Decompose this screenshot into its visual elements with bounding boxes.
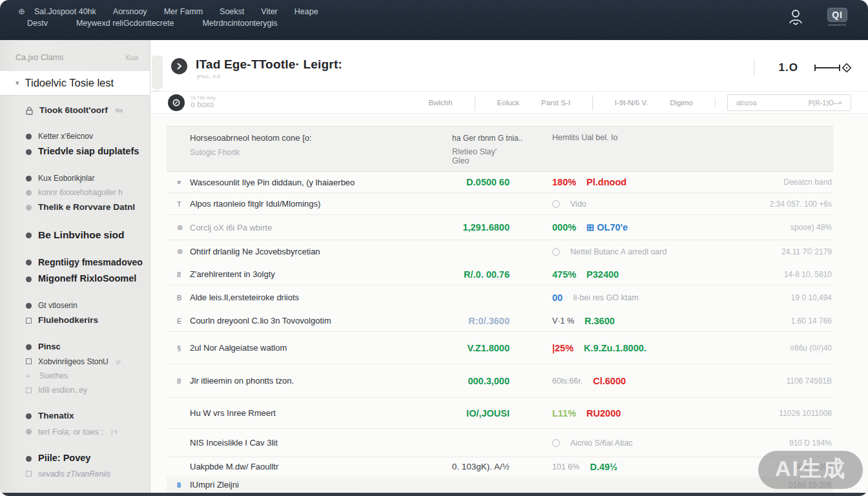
sidebar-item[interactable]: Thelik e Rorvvare Datnl [0,200,150,215]
table-row[interactable]: TAlpos rtaonleio fitglr Idul/Mlomings)Vi… [167,193,833,215]
row-label: Corclj oX i6i Pa wbirte [190,223,422,232]
nav-menu: ⊕ Sal.Jospoot 40hkAorsnooyMer FammSoekst… [18,6,318,28]
table-row[interactable]: Hu W vrs Inree RmeertIO/,JOUSIL11%RU2000… [167,398,833,429]
table-row[interactable]: Uakpbde M.dw/ Faoulltr0. 103gK). A/½101 … [167,457,833,477]
sidebar-item[interactable]: Flulehodkerirs [0,313,150,328]
sidebar-item[interactable]: sevadis zTivanReniis [0,467,150,481]
nav-item[interactable]: Mer Famm [164,7,203,16]
row-right-value: 24.11 7© 2179 [703,247,833,256]
nav-item[interactable]: Destv [27,19,48,28]
row-right-value: 11026 1011008 [703,409,833,418]
profile-badge[interactable]: QI uuwutttsi [827,8,847,26]
sidebar-item[interactable]: Thenatix [0,408,150,424]
row-icon: E [167,317,190,325]
toolbar-tab[interactable]: Parst S-I [541,99,570,107]
user-icon[interactable] [787,8,804,26]
sidebar-item-label: konnr 6xxxehohagoller h [38,187,123,198]
table-row[interactable]: ECourln dreyoonl C.lio 3n TovovolgotimR:… [167,310,833,332]
row-value: IO/,JOUSI [422,408,510,418]
sidebar-item-label: Ketter x'6eicnov [38,131,93,141]
row-status-cell: 000%⊞ OL70'e [510,222,703,232]
table-row[interactable]: ≠Wascesounlit Ilye Pin diddaun, (y lhaia… [167,172,833,193]
table-row[interactable]: 8Jlr itlieemin on phontts tzon.000.3,000… [167,364,833,398]
table-row[interactable]: 8Z'arehlrentent in 3olgtyR/.0. 00.76475%… [167,264,833,285]
square-icon [26,358,32,364]
nav-item[interactable]: Soekst [220,7,244,16]
sidebar-item[interactable]: Migoneff RixloSoomel [0,271,150,287]
sidebar-item-selected[interactable]: ▾ Tidoelvic Tosie lest [0,71,150,95]
row-label: IUmpri Zleijni [190,480,422,490]
table-row[interactable]: BAlde leis.Il,ersteteiroke driiots00Ii-b… [167,285,833,310]
zoom-slider-icon[interactable] [814,63,851,73]
row-metric: P32400 [586,269,619,280]
sidebar-item[interactable]: Ketter x'6eicnov [0,129,150,143]
row-value: 0. 103gK). A/½ [422,462,510,471]
header-icon-spacer [167,132,190,165]
toolbar-tab[interactable]: Bwlchh [429,99,453,107]
zoom-level[interactable]: 1.O [779,61,798,74]
header-col-right-spacer [703,132,833,165]
row-status-cell: L11%RU2000 [510,408,703,418]
nav-row-2: DestvMeywexd reliGcdonttecreteMetrdncint… [18,19,318,28]
row-right-value: 1.60 14 766 [703,316,833,326]
toolbar-tab[interactable]: Eoluck [497,99,520,107]
row-status-cell: Nettel Butanc A arredl oard [510,247,703,256]
sidebar-item[interactable]: Pinsc [0,339,150,355]
sidebar-header-right[interactable]: Kua [125,54,138,61]
toolbar-tab[interactable]: Digimo [670,99,693,107]
nav-item[interactable]: Viter [261,7,277,16]
sidebar-item[interactable]: Piile: Povey [0,450,150,467]
table-row[interactable]: ⊛Corclj oX i6i Pa wbirte1,291.6800000%⊞ … [167,215,833,240]
nav-item[interactable]: Aorsnooy [113,7,147,16]
sidebar-item[interactable]: terl Fola; or toes :j·s [0,424,150,440]
sidebar-item[interactable]: Gt vtloserin [0,298,150,313]
app-logo-icon: ⊕ [18,6,25,16]
toolbar-divider [715,98,716,107]
row-metric: |25% [552,343,574,353]
sidebar-item[interactable]: Kux Eoborikjnlar [0,171,150,185]
square-icon [26,388,32,393]
status-circle-icon[interactable] [552,439,560,447]
table-row[interactable]: 8IUmpri Zleijni0168 10 206 [167,477,833,493]
row-value: R:0/.3600 [422,316,510,326]
row-label: Alpos rtaonleio fitglr Idul/Mlomings) [190,199,422,209]
record-icon[interactable] [168,94,185,111]
chevron-right-icon [176,63,182,70]
row-right-value: Deeatcn band [703,178,833,187]
sidebar-item-label: terl Fola; or toes : [38,426,103,438]
nav-row-1: ⊕ Sal.Jospoot 40hkAorsnooyMer FammSoekst… [18,6,318,16]
toolbar-tab[interactable]: I-9t-N/6 V. [615,99,648,107]
bullet-icon [26,176,32,181]
sidebar-item-label: Xobvinriigeos StonU [38,356,108,367]
back-button[interactable] [171,58,187,74]
sidebar-item[interactable]: Tiook 6toolt'oorfNs [0,103,150,118]
status-circle-icon[interactable] [552,248,560,256]
table-body: ≠Wascesounlit Ilye Pin diddaun, (y lhaia… [167,172,833,496]
table-row[interactable]: §2ul Nor Aalgeiatse watlomV.Z1.8000|25%K… [167,332,833,364]
sidebar-item[interactable]: Idili esdion..ey [0,383,150,397]
nav-item[interactable]: Metrdncintoonterygis [202,19,277,28]
table-row[interactable]: NIS Inceislikle I Cav 3litAicnio S/6ai A… [167,429,833,457]
nav-item[interactable]: Sal.Jospoot 40hk [34,7,96,16]
sidebar-item[interactable]: konnr 6xxxehohagoller h [0,185,150,200]
main-header: ITad Ege-TTootle· Leigrt: [Pixo.. 4:6 1.… [150,40,868,92]
sidebar-list: Tiook 6toolt'oorfNsKetter x'6eicnovTried… [0,103,150,481]
nav-item[interactable]: Meywexd reliGcdonttecrete [76,19,174,28]
sidebar-item[interactable]: Be Linbvihoe siod [0,227,150,244]
status-circle-icon[interactable] [552,200,560,208]
badge-subtext: uuwutttsi [829,23,847,26]
sidebar-item[interactable]: ≡Suethes [0,369,150,383]
row-metric: 60ls:66r. [552,377,583,386]
sidebar-item-label: Piile: Povey [38,452,90,465]
sidebar-item[interactable]: Regntiigy fmesmadoveo [0,254,150,271]
row-right-value: 1106 74591B [703,377,833,386]
row-label: Alde leis.Il,ersteteiroke driiots [190,293,422,302]
sidebar-item-label: Pinsc [38,341,61,353]
table-row[interactable]: ⊛Ohtirf drlanlig Ne JcovebsbyrcetianNett… [167,240,833,264]
nav-item[interactable]: Heape [294,7,318,16]
row-value: R/.0. 00.76 [422,269,510,280]
toolbar-range-box[interactable]: atozoa P(R-1)O--+ [727,94,851,111]
sidebar-item[interactable]: Triedvle siap duplatefs [0,143,150,160]
sidebar-item[interactable]: Xobvinriigeos StonUy/ [0,355,150,369]
range-box-right: P(R-1)O--+ [809,99,842,107]
